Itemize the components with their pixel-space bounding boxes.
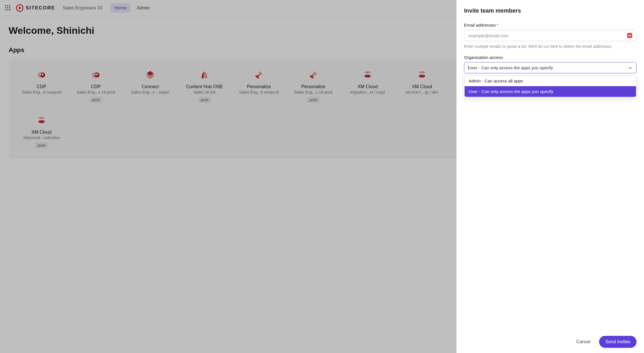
org-access-select[interactable]: User - Can only access the apps you spec…	[464, 62, 637, 73]
email-input-wrapper: •••	[464, 30, 637, 41]
password-manager-icon[interactable]: •••	[627, 33, 632, 38]
panel-title: Invite team members	[464, 7, 637, 14]
send-invites-button[interactable]: Send invites	[599, 336, 637, 348]
email-label-text: Email addresses	[464, 23, 496, 27]
cancel-button[interactable]: Cancel	[573, 336, 594, 348]
invite-panel: Invite team members Email addresses* •••…	[456, 0, 644, 353]
org-access-label: Organization access	[464, 55, 637, 60]
email-hint: Enter multiple emails or paste a list. W…	[464, 44, 637, 49]
email-input[interactable]	[468, 33, 627, 38]
dropdown-option-admin[interactable]: Admin - Can access all apps	[465, 76, 636, 86]
org-access-dropdown: Admin - Can access all apps User - Can o…	[464, 75, 636, 97]
email-label: Email addresses*	[464, 23, 637, 27]
dropdown-option-user[interactable]: User - Can only access the apps you spec…	[465, 86, 636, 97]
chevron-down-icon	[628, 66, 632, 70]
org-access-selected: User - Can only access the apps you spec…	[468, 65, 553, 70]
required-asterisk: *	[497, 23, 498, 27]
panel-footer: Cancel Send invites	[457, 331, 644, 353]
